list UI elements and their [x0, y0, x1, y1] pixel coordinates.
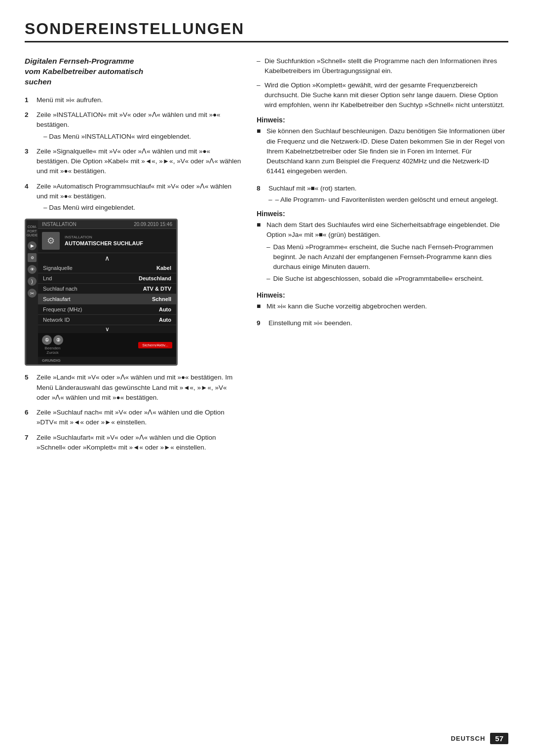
right-bullets: – Die Suchfunktion »Schnell« stellt die … [257, 56, 508, 110]
step-4: 4 Zeile »Automatisch Programmsuchlauf« m… [25, 182, 242, 213]
tv-menu-row-2: Suchlauf nach ATV & DTV [38, 284, 176, 294]
tv-sidebar-icon-2: ⚙ [28, 253, 37, 262]
hinweis-2: Hinweis: ■ Nach dem Start des Suchlaufes… [257, 210, 508, 284]
step-9: 9 Einstellung mit »i« beenden. [257, 318, 508, 328]
right-bullet-0: – Die Suchfunktion »Schnell« stellt die … [257, 56, 508, 76]
step-3: 3 Zeile »Signalquelle« mit »V« oder »Ʌ« … [25, 147, 242, 177]
page-title: SONDEREINSTELLUNGEN [25, 20, 508, 42]
tv-menu-row-1: Lnd Deutschland [38, 273, 176, 284]
tv-btn-2: ② [53, 335, 63, 345]
right-bullet-1: – Wird die Option »Komplett« gewählt, wi… [257, 80, 508, 111]
steps-list-2: 5 Zeile »Land« mit »V« oder »Ʌ« wählen u… [25, 373, 242, 453]
tv-grundig-logo: GRUNDIG [38, 357, 176, 364]
page-footer: DEUTSCH 57 [451, 733, 508, 744]
tv-nav-up-arrow: ∧ [38, 253, 176, 263]
section-heading: Digitalen Fernseh-Programme vom Kabelbet… [25, 56, 242, 87]
steps-list: 1 Menü mit »i« aufrufen. 2 Zeile »INSTAL… [25, 95, 242, 213]
tv-mockup: COM-FORTGUIDE ▶ ⚙ 👁 ) ✂ INSTALLATION 20.… [25, 219, 178, 366]
tv-bottom-bar: ① ② BeendenZurück Sichern/Aktiv... [38, 333, 176, 357]
step-7: 7 Zeile »Suchlaufart« mit »V« oder »Ʌ« w… [25, 433, 242, 453]
step-1: 1 Menü mit »i« aufrufen. [25, 95, 242, 105]
tv-sidebar-icon-5: ✂ [28, 289, 37, 298]
tv-sidebar-icon-1: ▶ [28, 241, 37, 250]
tv-sidebar-icon-4: ) [28, 277, 37, 286]
tv-btn-1: ① [42, 335, 52, 345]
tv-menu-row-3: Suchlaufart Schnell [38, 294, 176, 304]
hinweis-1: Hinweis: ■ Sie können den Suchlauf besch… [257, 116, 508, 176]
tv-sidebar: COM-FORTGUIDE ▶ ⚙ 👁 ) ✂ [26, 220, 38, 364]
tv-red-button: Sichern/Aktiv... [138, 342, 172, 348]
tv-menu-row-4: Frequenz (MHz) Auto [38, 304, 176, 315]
tv-top-bar: INSTALLATION 20.09.2010 15:46 [38, 220, 176, 229]
tv-icon-box: ⚙ [42, 232, 60, 250]
tv-icon-area: ⚙ INSTALLATION AUTOMATISCHER SUCHLAUF [38, 229, 176, 253]
step-5: 5 Zeile »Land« mit »V« oder »Ʌ« wählen u… [25, 373, 242, 403]
step-8-container: 8 Suchlauf mit »■« (rot) starten. – – Al… [257, 184, 508, 205]
tv-menu-row-5: Network ID Auto [38, 315, 176, 325]
right-column: – Die Suchfunktion »Schnell« stellt die … [257, 56, 508, 328]
tv-nav-down-arrow: ∨ [38, 325, 176, 333]
step-6: 6 Zeile »Suchlauf nach« mit »V« oder »Ʌ«… [25, 408, 242, 428]
step-2: 2 Zeile »INSTALLATION« mit »V« oder »Ʌ« … [25, 110, 242, 142]
tv-menu-row-0: Signalquelle Kabel [38, 263, 176, 273]
tv-sidebar-icon-3: 👁 [28, 265, 37, 274]
hinweis-3: Hinweis: ■ Mit »i« kann die Suche vorzei… [257, 291, 508, 311]
